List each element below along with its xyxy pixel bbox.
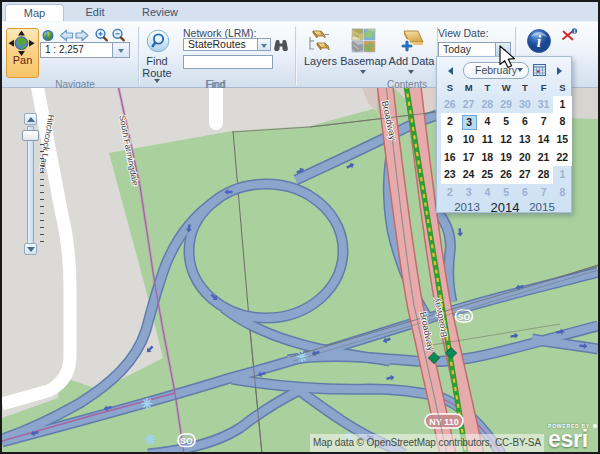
svg-text:SO: SO [458,312,471,322]
svg-text:i: i [537,33,542,50]
svg-text:SO: SO [180,436,193,446]
svg-text:NY 110: NY 110 [429,417,458,427]
